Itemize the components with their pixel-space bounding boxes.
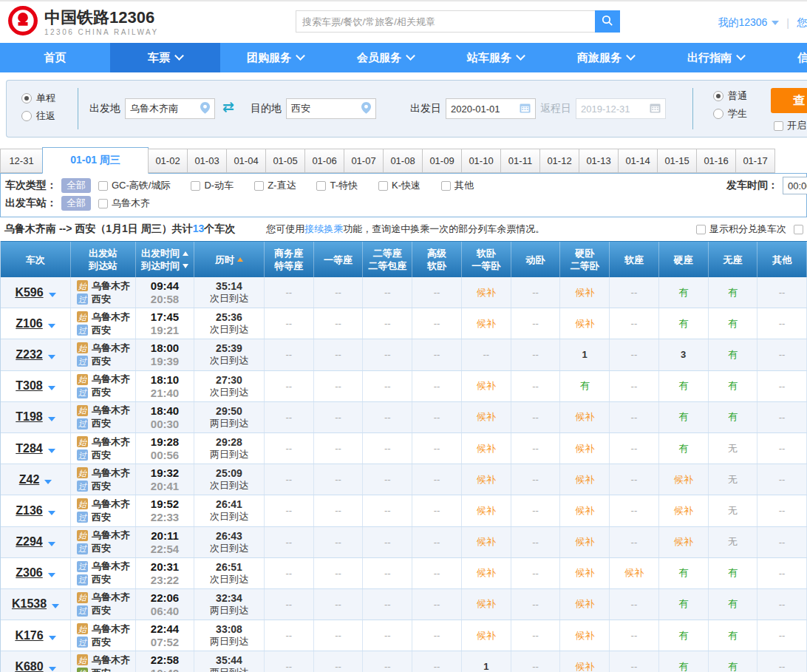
nav-item-车票[interactable]: 车票 <box>110 43 220 72</box>
nav-item-团购服务[interactable]: 团购服务 <box>220 43 330 72</box>
show-points-checkbox[interactable]: 显示积分兑换车次 <box>696 223 786 236</box>
date-tab-01-16[interactable]: 01-16 <box>696 149 736 173</box>
depart-station-all-badge[interactable]: 全部 <box>61 196 91 211</box>
train-type-checkbox-GC-高铁/城际[interactable]: GC-高铁/城际 <box>98 179 170 192</box>
depart-station-checkbox-乌鲁木齐[interactable]: 乌鲁木齐 <box>98 197 150 210</box>
train-type-checkbox-K-快速[interactable]: K-快速 <box>378 179 420 192</box>
date-tab-01-01[interactable]: 01-01 周三 <box>42 147 149 174</box>
column-header-train-no[interactable]: 车次 <box>1 242 71 277</box>
passenger-type-radio-学生[interactable]: 学生 <box>713 107 747 121</box>
column-header-business-seat[interactable]: 商务座特等座 <box>265 242 314 277</box>
nav-item-首页[interactable]: 首页 <box>0 43 110 72</box>
column-header-emu-sleeper[interactable]: 动卧 <box>511 242 561 277</box>
query-submit-button[interactable]: 查询 <box>771 88 807 113</box>
expand-caret-icon[interactable] <box>49 667 56 671</box>
train-number-link[interactable]: Z136 <box>16 504 42 517</box>
train-type-checkbox-D-动车[interactable]: D-动车 <box>191 179 234 192</box>
date-tab-01-11[interactable]: 01-11 <box>500 149 540 173</box>
sort-desc-icon[interactable] <box>183 264 188 268</box>
trip-type-radio-往返[interactable]: 往返 <box>21 109 55 123</box>
column-header-duration[interactable]: 历时 <box>194 242 265 277</box>
date-tab-01-02[interactable]: 01-02 <box>148 149 188 173</box>
auto-query-checkbox[interactable]: 开启自动查询 <box>774 119 807 132</box>
column-header-times[interactable]: 出发时间到达时间 <box>136 242 194 277</box>
expand-caret-icon[interactable] <box>44 480 52 484</box>
train-number-link[interactable]: Z232 <box>16 348 42 362</box>
column-header-premium-soft-sleeper[interactable]: 高级软卧 <box>412 242 462 277</box>
date-tab-01-03[interactable]: 01-03 <box>187 149 227 173</box>
expand-caret-icon[interactable] <box>48 511 55 515</box>
from-station-input[interactable]: 乌鲁木齐南 <box>125 98 215 119</box>
sort-asc-icon[interactable] <box>237 257 243 262</box>
column-header-soft-seat[interactable]: 软座 <box>610 242 659 277</box>
expand-caret-icon[interactable] <box>49 293 56 297</box>
swap-stations-icon[interactable]: ⇄ <box>222 98 234 115</box>
expand-caret-icon[interactable] <box>48 386 55 390</box>
nav-item-信息查询[interactable]: 信息查询 <box>771 43 807 72</box>
date-tab-01-17[interactable]: 01-17 <box>735 149 775 173</box>
train-number-link[interactable]: Z294 <box>16 535 42 549</box>
chevron-down-icon[interactable] <box>772 21 779 25</box>
train-number-link[interactable]: K176 <box>15 629 43 642</box>
train-type-all-badge[interactable]: 全部 <box>61 178 91 193</box>
train-number-link[interactable]: Z42 <box>19 473 40 486</box>
nav-item-出行指南[interactable]: 出行指南 <box>661 43 771 72</box>
train-number-link[interactable]: K596 <box>15 286 43 299</box>
column-header-other[interactable]: 其他 <box>757 242 807 277</box>
train-number-link[interactable]: T284 <box>16 442 42 455</box>
date-tab-01-04[interactable]: 01-04 <box>226 149 266 173</box>
date-tab-01-15[interactable]: 01-15 <box>657 149 697 173</box>
column-header-first-class-seat[interactable]: 一等座 <box>314 242 364 277</box>
train-number-link[interactable]: K680 <box>15 660 43 672</box>
railway-logo[interactable]: 中国铁路12306 12306 CHINA RAILWAY <box>7 5 159 39</box>
column-header-soft-sleeper[interactable]: 软卧一等卧 <box>462 242 511 277</box>
expand-caret-icon[interactable] <box>48 573 55 577</box>
train-type-checkbox-其他[interactable]: 其他 <box>441 179 474 192</box>
train-type-checkbox-T-特快[interactable]: T-特快 <box>316 179 358 192</box>
date-tab-01-14[interactable]: 01-14 <box>618 149 658 173</box>
expand-caret-icon[interactable] <box>48 542 55 546</box>
train-type-checkbox-Z-直达[interactable]: Z-直达 <box>254 179 296 192</box>
column-header-second-class-seat[interactable]: 二等座二等包座 <box>363 242 412 277</box>
column-header-stations[interactable]: 出发站到达站 <box>71 242 136 277</box>
train-number-link[interactable]: T308 <box>16 379 42 393</box>
nav-item-会员服务[interactable]: 会员服务 <box>330 43 440 72</box>
search-button[interactable] <box>595 10 620 33</box>
show-partial-checkbox[interactable]: 显 <box>794 223 807 236</box>
column-header-hard-sleeper[interactable]: 硬卧二等卧 <box>560 242 610 277</box>
expand-caret-icon[interactable] <box>48 324 55 328</box>
expand-caret-icon[interactable] <box>52 604 59 608</box>
trip-type-radio-单程[interactable]: 单程 <box>21 92 55 105</box>
train-number-link[interactable]: K1538 <box>12 597 47 611</box>
expand-caret-icon[interactable] <box>48 355 55 359</box>
date-tab-01-05[interactable]: 01-05 <box>265 149 305 173</box>
transfer-link[interactable]: 接续换乘 <box>304 223 343 234</box>
train-number-link[interactable]: Z306 <box>16 566 42 580</box>
passenger-type-radio-普通[interactable]: 普通 <box>713 89 747 103</box>
depart-time-select[interactable]: 00:00 <box>783 177 807 194</box>
date-tab-01-12[interactable]: 01-12 <box>539 149 579 173</box>
nav-item-商旅服务[interactable]: 商旅服务 <box>551 43 661 72</box>
date-tab-01-07[interactable]: 01-07 <box>344 149 384 173</box>
to-station-input[interactable]: 西安 <box>286 98 376 119</box>
sort-asc-icon[interactable] <box>183 251 188 256</box>
train-number-link[interactable]: Z106 <box>16 317 42 330</box>
date-tab-01-06[interactable]: 01-06 <box>304 149 344 173</box>
date-tab-01-13[interactable]: 01-13 <box>579 149 619 173</box>
my-12306-link[interactable]: 我的12306 <box>718 16 767 30</box>
return-date-input[interactable]: 2019-12-31 <box>576 98 666 119</box>
date-tab-01-10[interactable]: 01-10 <box>461 149 501 173</box>
search-input[interactable] <box>296 10 595 33</box>
expand-caret-icon[interactable] <box>48 417 55 421</box>
nav-item-站车服务[interactable]: 站车服务 <box>440 43 551 72</box>
expand-caret-icon[interactable] <box>49 636 56 640</box>
date-tab-01-08[interactable]: 01-08 <box>383 149 423 173</box>
greeting-text[interactable]: 您好 <box>797 16 807 30</box>
date-tab-01-09[interactable]: 01-09 <box>422 149 462 173</box>
date-tab-12-31[interactable]: 12-31 <box>0 149 43 173</box>
expand-caret-icon[interactable] <box>48 449 55 453</box>
depart-date-input[interactable]: 2020-01-01 <box>446 98 536 119</box>
column-header-no-seat[interactable]: 无座 <box>709 242 758 277</box>
train-number-link[interactable]: T198 <box>16 410 42 424</box>
column-header-hard-seat[interactable]: 硬座 <box>659 242 709 277</box>
